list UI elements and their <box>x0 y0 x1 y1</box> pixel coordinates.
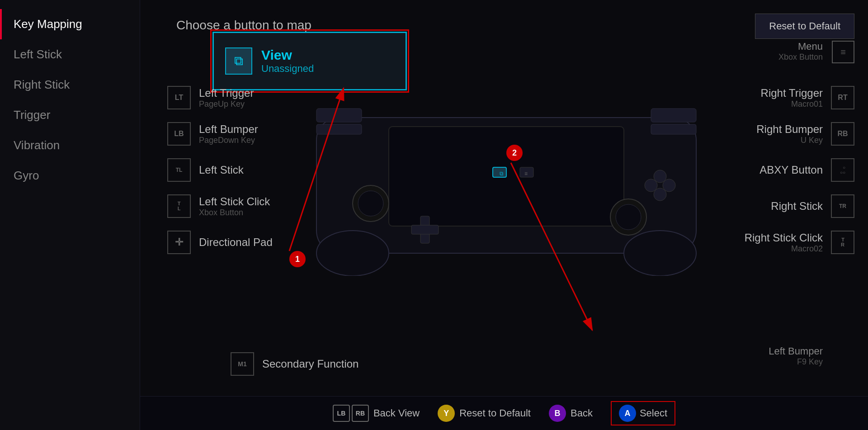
sidebar-label-gyro: Gyro <box>14 169 39 182</box>
controller-image-area: ⧉ ≡ <box>298 104 714 276</box>
back-group[interactable]: B Back <box>549 405 593 422</box>
svg-point-11 <box>616 204 641 230</box>
rsc-sub: Macro02 <box>745 244 823 254</box>
back-label: Back <box>571 407 593 419</box>
rsc-name: Right Stick Click <box>745 232 823 244</box>
abxy-icon: ○○○ <box>831 158 854 182</box>
sidebar-item-trigger[interactable]: Trigger <box>0 100 140 130</box>
lb-icon: LB <box>167 122 191 146</box>
svg-rect-19 <box>651 124 696 134</box>
menu-label: Menu <box>778 41 823 52</box>
sidebar-item-gyro[interactable]: Gyro <box>0 161 140 191</box>
selected-button-name: View <box>261 47 314 63</box>
main-area: Choose a button to map Reset to Default … <box>140 0 868 430</box>
lb-bottom-sub: F9 Key <box>769 357 823 367</box>
lb-name: Left Bumper <box>199 123 258 136</box>
y-badge: Y <box>438 405 455 422</box>
reset-default-bottom-label: Reset to Default <box>459 407 531 419</box>
rs-icon: TR <box>831 194 854 218</box>
lsc-sub: Xbox Button <box>199 208 270 217</box>
b-badge: B <box>549 405 566 422</box>
menu-sub: Xbox Button <box>778 52 823 62</box>
rsc-icon: TR <box>831 231 854 254</box>
selected-button-status: Unassigned <box>261 63 314 75</box>
lsc-icon: TL <box>167 194 191 218</box>
svg-point-3 <box>624 231 696 276</box>
secondary-label: Secondary Function <box>262 358 359 370</box>
sidebar-label-right-stick: Right Stick <box>14 78 70 91</box>
svg-point-2 <box>316 231 389 276</box>
back-view-group[interactable]: LB RB Back View <box>333 405 420 422</box>
rt-name: Right Trigger <box>761 87 823 99</box>
lt-icon: LT <box>167 86 191 109</box>
abxy-name: ABXY Button <box>760 164 823 176</box>
reset-to-default-button[interactable]: Reset to Default <box>755 14 854 39</box>
svg-point-15 <box>654 188 666 201</box>
sidebar-label-key-mapping: Key Mapping <box>14 17 82 31</box>
rb-badge: RB <box>352 405 369 422</box>
ls-icon: TL <box>167 158 191 182</box>
lsc-name: Left Stick Click <box>199 195 270 208</box>
rb-icon: RB <box>831 122 854 146</box>
rt-icon: RT <box>831 86 854 109</box>
dpad-name: Directional Pad <box>199 236 273 249</box>
sidebar-item-vibration[interactable]: Vibration <box>0 130 140 161</box>
svg-text:≡: ≡ <box>524 170 528 177</box>
svg-point-5 <box>358 191 383 216</box>
sidebar-item-left-stick[interactable]: Left Stick <box>0 39 140 70</box>
controller-svg: ⧉ ≡ <box>298 104 714 276</box>
rt-sub: Macro01 <box>761 99 823 109</box>
sidebar-item-key-mapping[interactable]: Key Mapping <box>0 9 140 39</box>
annotation-badge-1: 1 <box>289 251 306 267</box>
view-button-icon: ⧉ <box>225 47 252 75</box>
sidebar-label-trigger: Trigger <box>14 108 50 122</box>
dpad-icon: ✛ <box>167 231 191 254</box>
a-badge: A <box>619 405 636 422</box>
bottom-bar: LB RB Back View Y Reset to Default B Bac… <box>140 396 868 430</box>
svg-text:⧉: ⧉ <box>500 170 504 177</box>
menu-xbox-group: Menu Xbox Button ≡ <box>778 41 823 62</box>
ls-name: Left Stick <box>199 164 244 176</box>
rb-sub: U Key <box>756 136 823 145</box>
selected-button-card[interactable]: ⧉ View Unassigned <box>212 32 407 90</box>
sidebar-label-left-stick: Left Stick <box>14 47 62 61</box>
selected-button-texts: View Unassigned <box>261 47 314 75</box>
lt-name: Left Trigger <box>199 87 254 99</box>
sidebar: Key Mapping Left Stick Right Stick Trigg… <box>0 0 140 430</box>
lt-sub: PageUp Key <box>199 99 254 109</box>
reset-default-group[interactable]: Y Reset to Default <box>438 405 531 422</box>
secondary-function-row[interactable]: M1 Secondary Function <box>231 352 359 376</box>
sidebar-item-right-stick[interactable]: Right Stick <box>0 70 140 100</box>
select-label: Select <box>640 407 667 419</box>
choose-header: Choose a button to map <box>176 18 311 33</box>
secondary-icon: M1 <box>231 352 254 376</box>
annotation-badge-2: 2 <box>506 145 523 161</box>
rb-name: Right Bumper <box>756 123 823 136</box>
svg-rect-16 <box>316 109 362 122</box>
menu-icon: ≡ <box>832 41 854 63</box>
svg-rect-18 <box>316 124 362 134</box>
left-bumper-bottom: Left Bumper F9 Key <box>769 345 823 367</box>
select-group[interactable]: A Select <box>611 401 675 425</box>
back-view-label: Back View <box>373 407 420 419</box>
sidebar-label-vibration: Vibration <box>14 138 60 152</box>
lb-bottom-name: Left Bumper <box>769 345 823 357</box>
rs-name: Right Stick <box>771 200 823 213</box>
lb-sub: PageDown Key <box>199 136 258 145</box>
svg-rect-7 <box>411 225 439 234</box>
svg-rect-17 <box>651 109 696 122</box>
lb-badge: LB <box>333 405 350 422</box>
